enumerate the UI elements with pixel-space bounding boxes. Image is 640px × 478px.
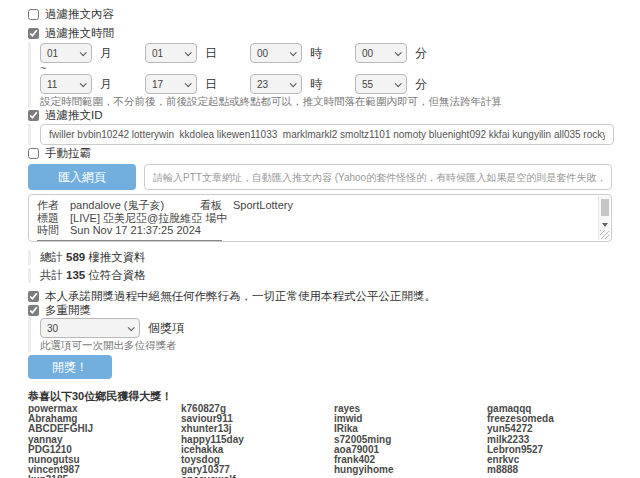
chevron-down-icon xyxy=(395,80,402,87)
article-separator-line xyxy=(37,240,222,241)
winners-column-4: gamaqqqfreezesomedayun54272milk2233Lebro… xyxy=(487,404,640,478)
manual-slot-row: 手動拉霸 xyxy=(28,146,640,161)
author-value: pandalove (鬼子亥) xyxy=(70,199,200,212)
article-url-input[interactable] xyxy=(144,164,612,190)
article-time-line: 時間 Sun Nov 17 21:37:25 2024 xyxy=(37,224,591,237)
article-author-line: 作者 pandalove (鬼子亥) 看板 SportLottery xyxy=(37,199,591,212)
total-suffix: 樓推文資料 xyxy=(88,251,146,263)
filter-content-label: 過濾推文內容 xyxy=(45,7,114,22)
import-row: 匯入網頁 xyxy=(28,164,640,190)
resize-grip-icon[interactable] xyxy=(600,230,609,239)
unit-hour-label: 時 xyxy=(310,45,322,62)
qualified-suffix: 位符合資格 xyxy=(88,269,146,281)
from-day-value: 01 xyxy=(152,48,163,59)
import-webpage-button[interactable]: 匯入網頁 xyxy=(28,164,136,190)
from-hour-value: 00 xyxy=(257,48,268,59)
board-value: SportLottery xyxy=(233,199,293,212)
time-value: Sun Nov 17 21:37:25 2024 xyxy=(70,224,201,237)
filter-time-label: 過濾推文時間 xyxy=(45,26,114,41)
multi-draw-checkbox[interactable] xyxy=(28,305,39,316)
author-label: 作者 xyxy=(37,199,61,212)
manual-slot-checkbox[interactable] xyxy=(28,148,39,159)
winner-id: hungyihome xyxy=(334,465,487,475)
filter-time-row: 過濾推文時間 xyxy=(28,24,640,42)
from-month-value: 01 xyxy=(47,48,58,59)
to-day-value: 17 xyxy=(152,79,163,90)
winner-id: m8888 xyxy=(487,465,640,475)
filter-content-checkbox[interactable] xyxy=(28,9,39,20)
title-label: 標題 xyxy=(37,212,61,225)
consent-row: 本人承諾開獎過程中絕無任何作弊行為，一切正常使用本程式公平公正開獎。 xyxy=(28,289,640,303)
from-minute-select[interactable]: 00 xyxy=(355,43,407,63)
filter-id-row: 過濾推文ID xyxy=(28,108,640,123)
prize-unit-label: 個獎項 xyxy=(148,320,184,337)
total-pushes-stat: 總計589樓推文資料 xyxy=(28,250,640,265)
consent-label: 本人承諾開獎過程中絕無任何作弊行為，一切正常使用本程式公平公正開獎。 xyxy=(45,289,436,304)
chevron-down-icon xyxy=(395,49,402,56)
scroll-down-arrow-icon[interactable] xyxy=(602,223,608,227)
prize-count-row: 30 個獎項 xyxy=(40,317,640,339)
filter-content-row: 過濾推文內容 xyxy=(28,4,640,24)
to-month-value: 11 xyxy=(47,79,57,90)
to-hour-value: 23 xyxy=(257,79,268,90)
winners-column-2: k760827gsaviour911xhunter13jhappy115dayi… xyxy=(181,404,334,478)
time-label: 時間 xyxy=(37,224,61,237)
range-separator: ~ xyxy=(40,64,640,73)
chevron-down-icon xyxy=(185,49,192,56)
chevron-down-icon xyxy=(80,49,87,56)
multi-draw-label: 多重開獎 xyxy=(45,303,91,318)
unit-minute-label: 分 xyxy=(415,76,427,93)
total-count: 589 xyxy=(66,251,85,263)
time-to-row: 11 月 17 日 23 時 55 分 xyxy=(40,73,640,95)
chevron-down-icon xyxy=(80,80,87,87)
id-filter-section xyxy=(28,124,640,145)
unit-hour-label: 時 xyxy=(310,76,322,93)
to-hour-select[interactable]: 23 xyxy=(250,74,302,94)
qualified-prefix: 共計 xyxy=(40,269,63,281)
lottery-tool-page: 過濾推文內容 過濾推文時間 01 月 01 日 00 時 00 xyxy=(0,0,640,478)
prize-count-select[interactable]: 30 xyxy=(40,318,140,338)
filter-time-checkbox[interactable] xyxy=(28,28,39,39)
total-prefix: 總計 xyxy=(40,251,63,263)
board-label: 看板 xyxy=(200,199,224,212)
chevron-down-icon xyxy=(290,80,297,87)
unit-day-label: 日 xyxy=(205,76,217,93)
time-filter-section: 01 月 01 日 00 時 00 分 ~ 11 xyxy=(28,42,640,108)
article-title-line: 標題 [LIVE] 亞美尼亞@拉脫維亞 場中 xyxy=(37,212,591,225)
filter-id-checkbox[interactable] xyxy=(28,110,39,121)
chevron-down-icon xyxy=(128,324,135,331)
from-day-select[interactable]: 01 xyxy=(145,43,197,63)
winners-headline: 恭喜以下30位鄉民獲得大獎！ xyxy=(28,390,640,402)
unit-month-label: 月 xyxy=(100,45,112,62)
prize-count-section: 30 個獎項 此選項可一次開出多位得獎者 xyxy=(28,317,640,352)
draw-button[interactable]: 開獎！ xyxy=(28,355,112,379)
title-value: [LIVE] 亞美尼亞@拉脫維亞 場中 xyxy=(70,212,227,225)
to-minute-value: 55 xyxy=(362,79,373,90)
consent-checkbox[interactable] xyxy=(28,291,39,302)
manual-slot-label: 手動拉霸 xyxy=(45,146,91,161)
id-filter-input[interactable] xyxy=(40,124,614,145)
qualified-count: 135 xyxy=(66,269,85,281)
to-minute-select[interactable]: 55 xyxy=(355,74,407,94)
to-month-select[interactable]: 11 xyxy=(40,74,92,94)
scrollbar-thumb[interactable] xyxy=(601,199,609,216)
from-month-select[interactable]: 01 xyxy=(40,43,92,63)
qualified-users-stat: 共計135位符合資格 xyxy=(28,268,640,283)
multi-draw-note: 此選項可一次開出多位得獎者 xyxy=(40,339,640,352)
time-from-row: 01 月 01 日 00 時 00 分 xyxy=(40,42,640,64)
multi-draw-row: 多重開獎 xyxy=(28,303,640,317)
from-minute-value: 00 xyxy=(362,48,373,59)
unit-day-label: 日 xyxy=(205,45,217,62)
unit-month-label: 月 xyxy=(100,76,112,93)
filter-id-label: 過濾推文ID xyxy=(45,108,103,123)
chevron-down-icon xyxy=(185,80,192,87)
to-day-select[interactable]: 17 xyxy=(145,74,197,94)
article-content-textarea[interactable]: 作者 pandalove (鬼子亥) 看板 SportLottery 標題 [L… xyxy=(28,194,612,242)
winners-column-1: powermaxAbrahamgABCDEFGHIJyannayPDG1210n… xyxy=(28,404,181,478)
prize-count-value: 30 xyxy=(47,323,58,334)
unit-minute-label: 分 xyxy=(415,45,427,62)
time-range-hint: 設定時間範圍，不分前後，前後設定起點或終點都可以，推文時間落在範圍內即可，但無法… xyxy=(40,95,640,108)
winners-column-3: rayesimwidIRikas72005mingaoa79001frank40… xyxy=(334,404,487,478)
from-hour-select[interactable]: 00 xyxy=(250,43,302,63)
winners-grid: powermaxAbrahamgABCDEFGHIJyannayPDG1210n… xyxy=(28,404,640,478)
